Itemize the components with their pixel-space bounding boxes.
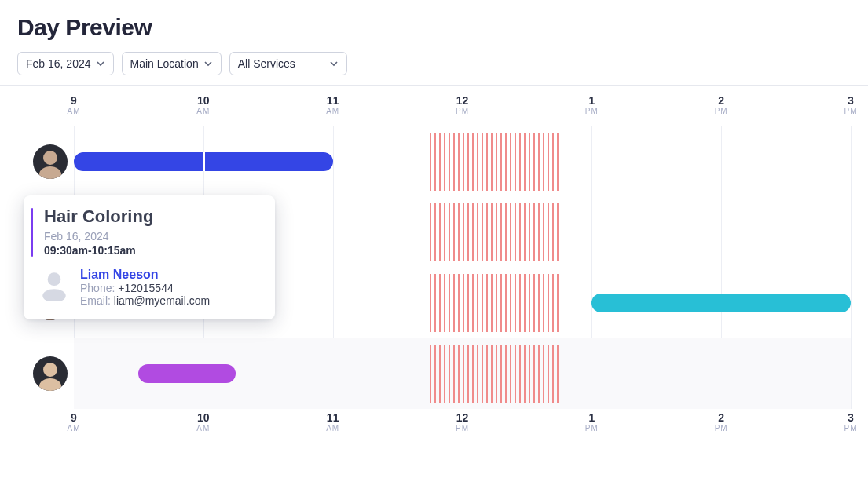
time-label: 10AM	[196, 412, 210, 432]
time-label: 1PM	[585, 95, 599, 115]
timeline: 9AM10AM11AM12PM1PM2PM3PM 9AM10AM11AM12PM…	[17, 95, 851, 443]
date-dropdown[interactable]: Feb 16, 2024	[17, 52, 114, 75]
time-label: 11AM	[326, 412, 339, 432]
email-label: Email:	[80, 294, 114, 307]
location-dropdown[interactable]: Main Location	[122, 52, 222, 75]
time-axis-top: 9AM10AM11AM12PM1PM2PM3PM	[74, 95, 851, 126]
service-dropdown-label: All Services	[238, 57, 295, 70]
time-label: 1PM	[585, 412, 599, 432]
location-dropdown-label: Main Location	[130, 57, 199, 70]
service-dropdown[interactable]: All Services	[229, 52, 347, 75]
staff-row	[74, 338, 851, 409]
time-label: 12PM	[456, 95, 469, 115]
divider	[0, 85, 868, 86]
appointment-tooltip: Hair Coloring Feb 16, 2024 09:30am-10:15…	[24, 195, 275, 319]
filter-bar: Feb 16, 2024 Main Location All Services	[17, 52, 851, 75]
tooltip-client: Liam Neeson Phone: +12015544 Email: liam…	[38, 268, 261, 307]
time-label: 3PM	[844, 95, 858, 115]
email-value: liam@myemail.com	[114, 294, 210, 307]
page-title: Day Preview	[17, 14, 851, 41]
tooltip-client-name: Liam Neeson	[80, 268, 210, 282]
time-label: 2PM	[715, 95, 728, 115]
svg-point-1	[43, 151, 57, 165]
time-label: 11AM	[326, 95, 339, 115]
time-label: 9AM	[68, 412, 81, 432]
tooltip-date: Feb 16, 2024	[44, 230, 261, 243]
break-block	[430, 133, 559, 191]
tooltip-accent	[31, 208, 33, 257]
break-block	[430, 274, 559, 332]
appointment-bar[interactable]	[138, 364, 236, 383]
staff-avatar[interactable]	[33, 144, 68, 179]
phone-value: +12015544	[118, 282, 173, 294]
appointment-split	[203, 152, 205, 171]
staff-avatar[interactable]	[33, 356, 68, 391]
svg-point-12	[48, 272, 61, 286]
tooltip-client-email: Email: liam@myemail.com	[80, 294, 210, 307]
time-label: 9AM	[68, 95, 81, 115]
appointment-bar[interactable]	[591, 294, 851, 312]
client-avatar-placeholder	[38, 268, 71, 301]
time-axis-bottom: 9AM10AM11AM12PM1PM2PM3PM	[74, 412, 851, 443]
svg-point-10	[43, 363, 57, 377]
chevron-down-icon	[329, 59, 339, 68]
time-label: 3PM	[844, 412, 858, 432]
tooltip-client-phone: Phone: +12015544	[80, 282, 210, 294]
chevron-down-icon	[96, 59, 105, 68]
time-label: 12PM	[456, 412, 469, 432]
tooltip-time: 09:30am-10:15am	[44, 244, 261, 257]
phone-label: Phone:	[80, 282, 118, 294]
svg-point-13	[42, 289, 65, 301]
break-block	[430, 203, 559, 261]
chevron-down-icon	[203, 59, 213, 68]
time-label: 10AM	[196, 95, 210, 115]
staff-row	[74, 126, 851, 197]
date-dropdown-label: Feb 16, 2024	[26, 57, 91, 70]
break-block	[430, 345, 559, 403]
tooltip-service-name: Hair Coloring	[44, 206, 261, 227]
time-label: 2PM	[715, 412, 728, 432]
